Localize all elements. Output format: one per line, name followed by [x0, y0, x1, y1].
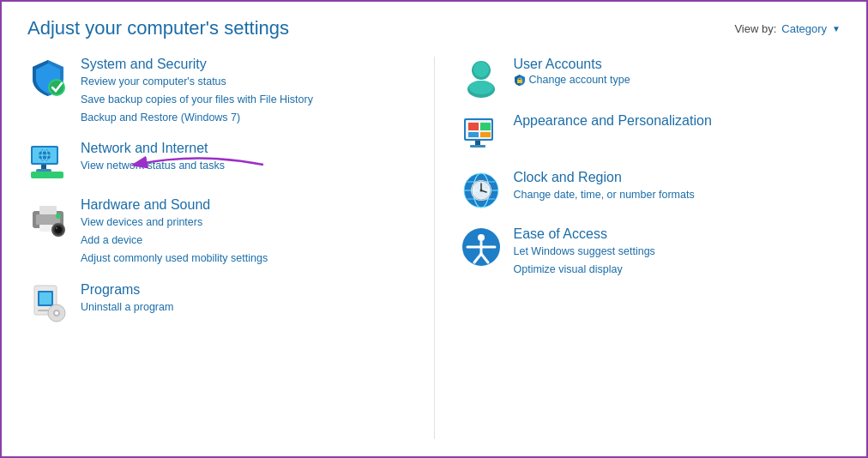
- user-accounts-text: User Accounts Change account type: [514, 57, 630, 86]
- svg-point-57: [478, 234, 485, 241]
- ease-of-access-icon: [461, 226, 502, 268]
- ease-of-access-title[interactable]: Ease of Access: [514, 226, 655, 242]
- programs-icon: [27, 282, 69, 323]
- ease-of-access-link-0[interactable]: Let Windows suggest settings: [514, 244, 655, 260]
- svg-point-30: [55, 311, 58, 315]
- programs-title[interactable]: Programs: [81, 282, 173, 298]
- svg-point-55: [479, 190, 482, 192]
- svg-rect-15: [39, 206, 57, 214]
- hardware-sound-link-2[interactable]: Adjust commonly used mobility settings: [81, 250, 268, 267]
- page-title: Adjust your computer's settings: [27, 17, 289, 39]
- hardware-sound-link-1[interactable]: Add a device: [81, 232, 268, 249]
- clock-region-title[interactable]: Clock and Region: [514, 170, 695, 185]
- category-clock-region: Clock and Region Change date, time, or n…: [461, 170, 841, 211]
- svg-point-21: [56, 227, 57, 229]
- appearance-text: Appearance and Personalization: [514, 113, 712, 129]
- system-security-text: System and Security Review your computer…: [81, 57, 313, 125]
- hardware-sound-title[interactable]: Hardware and Sound: [81, 197, 268, 213]
- user-accounts-title[interactable]: User Accounts: [514, 57, 630, 72]
- programs-text: Programs Uninstall a program: [81, 282, 173, 316]
- appearance-icon: [461, 113, 502, 154]
- ease-of-access-link-1[interactable]: Optimize visual display: [514, 262, 655, 278]
- clock-region-link-0[interactable]: Change date, time, or number formats: [514, 187, 695, 203]
- network-internet-title[interactable]: Network and Internet: [81, 141, 225, 156]
- svg-point-20: [55, 226, 62, 233]
- change-account-link[interactable]: Change account type: [514, 74, 630, 86]
- category-system-security: System and Security Review your computer…: [27, 57, 408, 125]
- category-ease-of-access: Ease of Access Let Windows suggest setti…: [461, 226, 841, 278]
- system-security-link-2[interactable]: Backup and Restore (Windows 7): [81, 110, 313, 126]
- svg-point-34: [469, 81, 493, 94]
- clock-region-text: Clock and Region Change date, time, or n…: [514, 170, 695, 203]
- uac-shield-icon: [514, 74, 526, 86]
- change-account-type-label[interactable]: Change account type: [529, 74, 630, 86]
- category-appearance: Appearance and Personalization: [461, 113, 841, 154]
- chevron-down-icon[interactable]: ▼: [832, 24, 841, 33]
- view-by-control: View by: Category ▼: [734, 22, 841, 35]
- hardware-sound-link-0[interactable]: View devices and printers: [81, 214, 268, 231]
- svg-rect-9: [41, 165, 46, 169]
- ease-of-access-text: Ease of Access Let Windows suggest setti…: [514, 226, 655, 278]
- svg-rect-44: [470, 145, 485, 148]
- category-user-accounts: User Accounts Change account type: [461, 57, 841, 98]
- programs-link-0[interactable]: Uninstall a program: [81, 299, 173, 316]
- column-divider: [434, 57, 435, 439]
- system-security-link-0[interactable]: Review your computer's status: [81, 74, 313, 90]
- right-column: User Accounts Change account type: [461, 57, 841, 439]
- svg-rect-11: [31, 172, 63, 178]
- appearance-title[interactable]: Appearance and Personalization: [514, 113, 712, 129]
- svg-rect-39: [468, 123, 479, 130]
- svg-rect-41: [468, 132, 479, 137]
- network-internet-text: Network and Internet View network status…: [81, 141, 225, 174]
- svg-point-17: [56, 214, 61, 219]
- category-hardware-sound: Hardware and Sound View devices and prin…: [27, 197, 408, 266]
- network-internet-link-0[interactable]: View network status and tasks: [81, 158, 225, 174]
- svg-point-33: [473, 62, 489, 77]
- view-by-label: View by:: [734, 22, 776, 35]
- svg-rect-43: [475, 141, 480, 145]
- system-security-icon: [27, 57, 69, 98]
- hardware-sound-text: Hardware and Sound View devices and prin…: [81, 197, 268, 266]
- category-programs: Programs Uninstall a program: [27, 282, 408, 323]
- user-accounts-icon: [461, 57, 502, 98]
- left-column: System and Security Review your computer…: [27, 57, 408, 439]
- system-security-title[interactable]: System and Security: [81, 57, 313, 72]
- network-internet-icon: [27, 141, 69, 182]
- svg-rect-42: [480, 132, 491, 137]
- svg-rect-25: [39, 292, 51, 304]
- category-network-internet: Network and Internet View network status…: [27, 141, 408, 182]
- system-security-link-1[interactable]: Save backup copies of your files with Fi…: [81, 92, 313, 108]
- clock-region-icon: [461, 170, 502, 211]
- hardware-sound-icon: [27, 197, 69, 238]
- view-by-dropdown[interactable]: Category: [781, 22, 827, 35]
- svg-rect-40: [480, 123, 491, 130]
